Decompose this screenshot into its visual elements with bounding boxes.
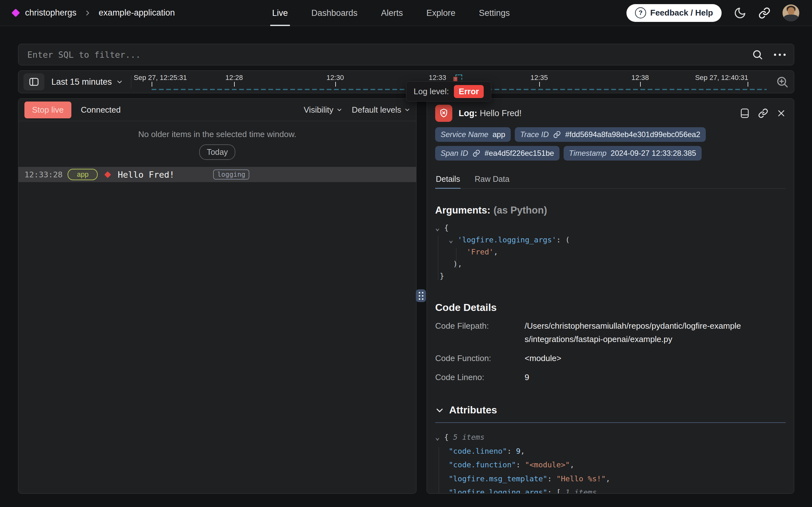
theme-toggle-moon-icon[interactable] xyxy=(734,7,746,19)
question-circle-icon: ? xyxy=(635,7,646,18)
detail-title: Log:Hello Fred! xyxy=(459,109,522,118)
tab-live[interactable]: Live xyxy=(272,0,288,26)
attributes-heading[interactable]: Attributes xyxy=(435,404,786,416)
stop-live-button[interactable]: Stop live xyxy=(24,102,71,118)
feedback-help-label: Feedback / Help xyxy=(650,8,713,18)
close-icon[interactable] xyxy=(777,109,786,118)
divider xyxy=(131,75,131,89)
attributes-divider xyxy=(435,422,786,423)
log-level-tooltip: Log level: Error xyxy=(406,81,491,102)
chevron-right-icon xyxy=(84,9,91,16)
trace-id-badge[interactable]: Trace ID #fdd5694a8fa98eb4e301d99ebc056e… xyxy=(515,127,706,142)
timeline-end-label: Sep 27, 12:40:31 xyxy=(695,74,748,82)
timeline-tick: 12:33 xyxy=(429,74,446,82)
code-line: ), xyxy=(435,258,786,270)
tab-raw-data[interactable]: Raw Data xyxy=(474,173,510,188)
dock-panel-icon[interactable] xyxy=(740,108,750,118)
code-line: "code.function": "<module>", xyxy=(435,458,786,472)
nav-right-controls: ? Feedback / Help xyxy=(626,4,799,22)
tab-alerts[interactable]: Alerts xyxy=(381,0,403,26)
detail-title-label: Log: xyxy=(459,109,477,118)
search-icon[interactable] xyxy=(752,49,763,60)
log-message: Hello Fred! xyxy=(118,170,175,180)
code-filepath-row: Code Filepath: /Users/christophersamiull… xyxy=(435,319,786,346)
code-line: "logfire.msg_template": "Hello %s!", xyxy=(435,472,786,486)
logfire-logo-icon[interactable] xyxy=(11,9,20,17)
share-link-icon[interactable] xyxy=(758,7,770,19)
chevron-down-icon xyxy=(435,406,444,415)
tab-dashboards[interactable]: Dashboards xyxy=(311,0,358,26)
tab-settings[interactable]: Settings xyxy=(479,0,510,26)
connection-status: Connected xyxy=(81,105,121,115)
logfire-app: christophergs example-application Live D… xyxy=(0,0,812,507)
code-lineno-row: Code Lineno: 9 xyxy=(435,371,786,384)
code-line: ⌄ { 5 items xyxy=(435,431,786,445)
chevron-down-icon xyxy=(116,79,123,85)
project-name[interactable]: example-application xyxy=(99,8,175,18)
tooltip-label: Log level: xyxy=(414,87,449,97)
detail-header: Log:Hello Fred! xyxy=(435,101,786,125)
link-icon xyxy=(472,149,481,157)
indent-guide xyxy=(438,236,438,280)
panel-resize-handle[interactable] xyxy=(416,289,426,302)
logging-tag[interactable]: logging xyxy=(213,169,250,180)
arguments-code-block[interactable]: ⌄ { ⌄ 'logfire.logging_args': ( 'Fred', … xyxy=(435,222,786,282)
log-row-selected[interactable]: 12:33:28 app Hello Fred! logging xyxy=(18,167,416,182)
code-line: "code.lineno": 9, xyxy=(435,445,786,458)
chevron-down-icon xyxy=(404,107,410,113)
indent-guide xyxy=(456,248,456,269)
service-name-badge: Service Name app xyxy=(435,127,511,142)
empty-window-message: No older items in the selected time wind… xyxy=(18,129,416,139)
log-timestamp: 12:33:28 xyxy=(24,170,62,179)
org-name[interactable]: christophergs xyxy=(25,8,76,18)
nav-tabs: Live Dashboards Alerts Explore Settings xyxy=(272,0,510,26)
zoom-in-icon[interactable] xyxy=(775,75,789,89)
chevron-down-icon xyxy=(336,107,342,113)
sql-filter-input[interactable] xyxy=(27,50,752,60)
feedback-help-button[interactable]: ? Feedback / Help xyxy=(626,4,722,22)
timeline-start-label: Sep 27, 12:25:31 xyxy=(134,74,187,82)
code-line: ⌄"logfire.logging_args": [ 1 items xyxy=(435,486,786,494)
time-range-selector[interactable]: Last 15 minutes xyxy=(51,77,123,87)
error-shield-icon xyxy=(435,105,452,122)
timeline-tick: 12:38 xyxy=(631,74,649,82)
attributes-code-block[interactable]: ⌄ { 5 items "code.lineno": 9, "code.func… xyxy=(435,431,786,494)
span-id-badge[interactable]: Span ID #ea4d5f226ec151be xyxy=(435,146,560,161)
more-options-icon[interactable] xyxy=(774,54,786,56)
code-line: ⌄ { xyxy=(435,222,786,234)
sidebar-toggle-icon[interactable] xyxy=(23,73,45,91)
arguments-heading: Arguments:(as Python) xyxy=(435,205,786,216)
tab-details[interactable]: Details xyxy=(435,173,460,188)
code-line: 'Fred', xyxy=(435,246,786,258)
service-badge[interactable]: app xyxy=(68,169,98,180)
default-levels-dropdown[interactable]: Default levels xyxy=(352,105,410,115)
timestamp-badge: Timestamp 2024-09-27 12:33:28.385 xyxy=(564,146,702,161)
code-line: ⌄ 'logfire.logging_args': ( xyxy=(435,234,786,246)
timeline-tick: 12:35 xyxy=(530,74,548,82)
detail-title-text: Hello Fred! xyxy=(480,109,521,118)
code-details-heading: Code Details xyxy=(435,302,786,314)
visibility-dropdown[interactable]: Visibility xyxy=(304,105,342,115)
detail-badges: Service Name app Trace ID #fdd5694a8fa98… xyxy=(435,127,721,161)
live-logs-panel: Stop live Connected Visibility Default l… xyxy=(18,98,417,494)
log-detail-panel: Log:Hello Fred! Service Name app Tra xyxy=(427,98,794,494)
today-button[interactable]: Today xyxy=(199,145,236,160)
breadcrumb: christophergs example-application xyxy=(13,8,175,18)
error-diamond-icon xyxy=(104,171,111,178)
top-nav: christophergs example-application Live D… xyxy=(0,0,812,26)
code-line: } xyxy=(435,270,786,282)
tab-explore[interactable]: Explore xyxy=(426,0,455,26)
indent-guide xyxy=(439,447,439,494)
timeline-tick: 12:30 xyxy=(326,74,344,82)
link-icon xyxy=(553,130,561,138)
copy-link-icon[interactable] xyxy=(758,108,768,118)
live-panel-header: Stop live Connected Visibility Default l… xyxy=(18,99,416,121)
error-level-badge: Error xyxy=(454,85,484,98)
time-range-label: Last 15 minutes xyxy=(51,77,112,87)
code-function-row: Code Function: <module> xyxy=(435,351,786,365)
detail-tabs: Details Raw Data xyxy=(435,173,786,189)
sql-filter-bar xyxy=(18,44,794,65)
user-avatar[interactable] xyxy=(783,4,799,21)
timeline-tick: 12:28 xyxy=(226,74,243,82)
